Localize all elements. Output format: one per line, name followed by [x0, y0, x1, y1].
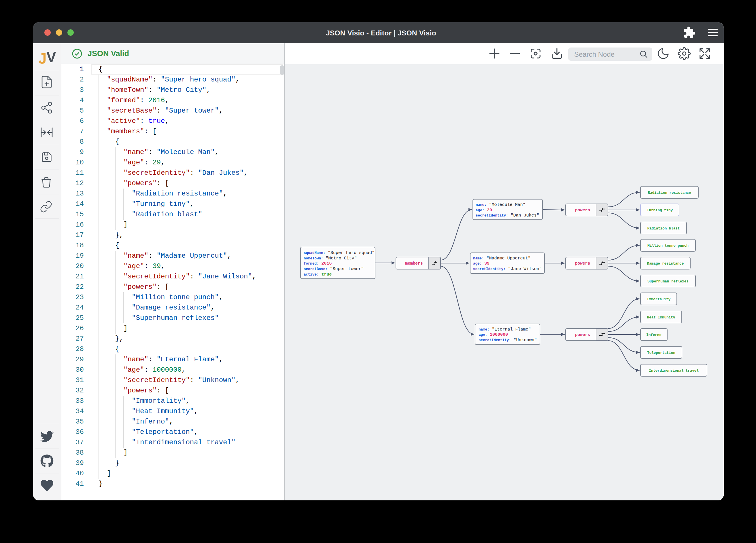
svg-text:Interdimensional travel: Interdimensional travel	[649, 369, 699, 373]
svg-text:name: "Eternal Flame": name: "Eternal Flame"	[479, 327, 531, 332]
svg-text:Radiation blast: Radiation blast	[647, 227, 680, 231]
svg-text:Immortality: Immortality	[647, 297, 671, 301]
svg-text:powers: powers	[575, 208, 590, 213]
svg-text:Turning tiny: Turning tiny	[647, 209, 673, 213]
svg-text:powers: powers	[575, 332, 590, 337]
svg-text:Heat Immunity: Heat Immunity	[647, 315, 675, 319]
svg-text:squadName: "Super hero squad": squadName: "Super hero squad"	[304, 251, 375, 256]
svg-text:Superhuman reflexes: Superhuman reflexes	[647, 279, 689, 283]
svg-text:secretIdentity: "Jane Wilson": secretIdentity: "Jane Wilson"	[473, 267, 542, 272]
svg-text:Teleportation: Teleportation	[647, 351, 675, 355]
svg-text:homeTown: "Metro City": homeTown: "Metro City"	[304, 256, 357, 261]
svg-text:secretBase: "Super tower": secretBase: "Super tower"	[304, 267, 364, 272]
svg-text:secretIdentity: "Unknown": secretIdentity: "Unknown"	[479, 338, 537, 342]
svg-text:secretIdentity: "Dan Jukes": secretIdentity: "Dan Jukes"	[476, 213, 539, 218]
svg-text:age: 39: age: 39	[473, 261, 489, 266]
svg-text:powers: powers	[575, 261, 590, 266]
svg-text:active: true: active: true	[304, 272, 332, 277]
svg-text:Damage resistance: Damage resistance	[647, 262, 684, 266]
svg-text:age: 29: age: 29	[476, 208, 492, 213]
svg-text:Inferno: Inferno	[646, 333, 661, 337]
svg-text:name: "Madame Uppercut": name: "Madame Uppercut"	[473, 256, 531, 261]
svg-text:Million tonne punch: Million tonne punch	[647, 244, 689, 248]
svg-text:age: 1000000: age: 1000000	[479, 332, 508, 337]
svg-text:name: "Molecule Man": name: "Molecule Man"	[476, 203, 526, 207]
svg-text:formed: 2016: formed: 2016	[304, 261, 332, 266]
svg-text:members: members	[405, 261, 423, 266]
svg-text:Radiation resistance: Radiation resistance	[648, 191, 691, 195]
